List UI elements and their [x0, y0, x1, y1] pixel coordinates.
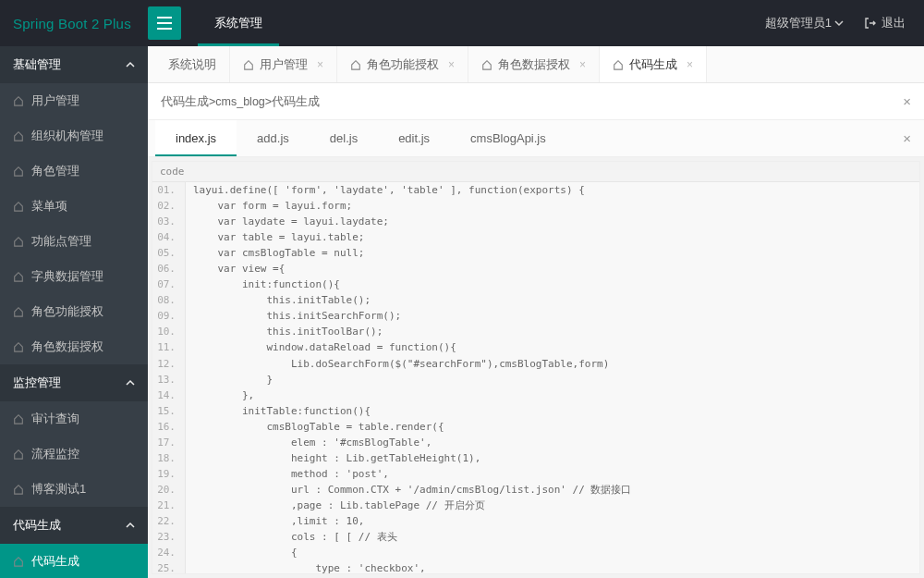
code-line: 20. url : Common.CTX + '/admin/cmsBlog/l…	[152, 482, 919, 498]
sidebar-group[interactable]: 基础管理	[0, 46, 148, 83]
code-line: 24. {	[152, 545, 919, 560]
tab[interactable]: 代码生成×	[600, 46, 707, 82]
home-icon	[13, 166, 24, 177]
code-body: 01.layui.define([ 'form', 'laydate', 'ta…	[152, 182, 919, 574]
close-icon[interactable]: ×	[687, 58, 693, 71]
home-icon	[13, 95, 24, 106]
code-line: 01.layui.define([ 'form', 'laydate', 'ta…	[152, 182, 919, 198]
chevron-down-icon	[834, 18, 844, 28]
tab[interactable]: 用户管理×	[230, 46, 337, 82]
sidebar-group[interactable]: 代码生成	[0, 507, 148, 544]
logout-button[interactable]: 退出	[864, 15, 906, 31]
code-line: 23. cols : [ [ // 表头	[152, 529, 919, 545]
code-line: 08. this.initTable();	[152, 292, 919, 308]
close-icon[interactable]: ×	[579, 58, 586, 71]
sub-tab[interactable]: edit.js	[378, 120, 450, 156]
chevron-up-icon	[126, 521, 135, 530]
code-line: 05. var cmsBlogTable = null;	[152, 245, 919, 261]
sidebar-item[interactable]: 字典数据管理	[0, 259, 148, 294]
sub-tab[interactable]: add.js	[237, 120, 310, 156]
code-line: 06. var view ={	[152, 261, 919, 277]
sidebar-item[interactable]: 角色功能授权	[0, 294, 148, 329]
sidebar-item[interactable]: 组织机构管理	[0, 118, 148, 154]
logout-icon	[864, 17, 877, 30]
code-line: 03. var laydate = layui.laydate;	[152, 214, 919, 229]
logout-label: 退出	[881, 15, 906, 31]
sidebar-item-label: 功能点管理	[31, 224, 91, 259]
tab-label: 角色数据授权	[498, 56, 570, 73]
code-line: 02. var form = layui.form;	[152, 198, 919, 214]
sub-tab[interactable]: del.js	[310, 120, 378, 156]
home-icon	[13, 556, 24, 567]
home-icon	[13, 413, 24, 424]
home-icon	[13, 341, 24, 352]
tab-label: 用户管理	[260, 56, 308, 73]
sidebar-item[interactable]: 审计查询	[0, 401, 148, 437]
sidebar-item-label: 字典数据管理	[31, 259, 103, 294]
sidebar-item-label: 角色管理	[31, 154, 79, 189]
code-viewer: code 01.layui.define([ 'form', 'laydate'…	[152, 161, 920, 574]
tab-bar: 系统说明用户管理×角色功能授权×角色数据授权×代码生成×	[148, 46, 924, 83]
sidebar-item-label: 组织机构管理	[31, 118, 103, 154]
sidebar-item-label: 博客测试1	[31, 472, 86, 507]
sidebar-item-label: 代码生成	[31, 544, 79, 578]
home-icon	[13, 236, 24, 247]
sidebar-group[interactable]: 监控管理	[0, 364, 148, 401]
sidebar-item-label: 角色数据授权	[31, 329, 103, 364]
breadcrumb-text: 代码生成>cms_blog>代码生成	[161, 83, 320, 120]
chevron-up-icon	[126, 378, 135, 387]
close-icon[interactable]: ×	[448, 58, 455, 71]
code-line: 07. init:function(){	[152, 277, 919, 292]
code-line: 04. var table = layui.table;	[152, 229, 919, 245]
user-menu[interactable]: 超级管理员1	[765, 15, 844, 31]
menu-icon	[157, 17, 172, 30]
sub-tab[interactable]: cmsBlogApi.js	[450, 120, 566, 156]
home-icon	[13, 271, 24, 282]
chevron-up-icon	[126, 60, 135, 69]
home-icon	[13, 130, 24, 141]
sidebar-item[interactable]: 功能点管理	[0, 224, 148, 259]
close-icon[interactable]: ×	[890, 120, 924, 156]
home-icon	[350, 59, 361, 70]
code-line: 25. type : 'checkbox',	[152, 560, 919, 574]
tab-label: 代码生成	[629, 56, 677, 73]
tab[interactable]: 系统说明	[155, 46, 230, 82]
code-line: 14. },	[152, 387, 919, 403]
sidebar-item[interactable]: 菜单项	[0, 189, 148, 224]
home-icon	[243, 59, 254, 70]
close-icon[interactable]: ×	[317, 58, 323, 71]
code-line: 16. cmsBlogTable = table.render({	[152, 419, 919, 435]
sidebar-item[interactable]: 用户管理	[0, 83, 148, 118]
home-icon	[13, 201, 24, 212]
tab[interactable]: 角色数据授权×	[468, 46, 600, 82]
home-icon	[613, 59, 624, 70]
home-icon	[13, 306, 24, 317]
breadcrumb: 代码生成>cms_blog>代码生成 ×	[148, 83, 924, 120]
home-icon	[13, 449, 24, 460]
sub-tab-bar: index.jsadd.jsdel.jsedit.jscmsBlogApi.js…	[148, 120, 924, 157]
sub-tab[interactable]: index.js	[155, 120, 237, 156]
sidebar-item-label: 流程监控	[31, 437, 79, 472]
sidebar-item[interactable]: 博客测试1	[0, 472, 148, 507]
code-line: 18. height : Lib.getTableHeight(1),	[152, 450, 919, 466]
sidebar-item[interactable]: 流程监控	[0, 437, 148, 472]
home-icon	[13, 484, 24, 495]
sidebar-item[interactable]: 角色数据授权	[0, 329, 148, 364]
code-line: 19. method : 'post',	[152, 466, 919, 482]
code-line: 13. }	[152, 372, 919, 387]
sidebar-item-label: 菜单项	[31, 189, 67, 224]
code-line: 22. ,limit : 10,	[152, 513, 919, 529]
sidebar-item[interactable]: 代码生成	[0, 544, 148, 578]
code-line: 21. ,page : Lib.tablePage // 开启分页	[152, 498, 919, 513]
tab-label: 系统说明	[168, 56, 216, 73]
sidebar-item[interactable]: 角色管理	[0, 154, 148, 189]
code-line: 10. this.initToolBar();	[152, 324, 919, 339]
code-line: 09. this.initSearchForm();	[152, 308, 919, 324]
sidebar: 基础管理用户管理组织机构管理角色管理菜单项功能点管理字典数据管理角色功能授权角色…	[0, 46, 148, 578]
close-icon[interactable]: ×	[903, 83, 911, 120]
user-name: 超级管理员1	[765, 15, 832, 31]
sidebar-toggle[interactable]	[148, 6, 181, 40]
code-line: 11. window.dataReload = function(){	[152, 339, 919, 355]
topnav-item-system[interactable]: 系统管理	[198, 0, 279, 46]
tab[interactable]: 角色功能授权×	[337, 46, 468, 82]
